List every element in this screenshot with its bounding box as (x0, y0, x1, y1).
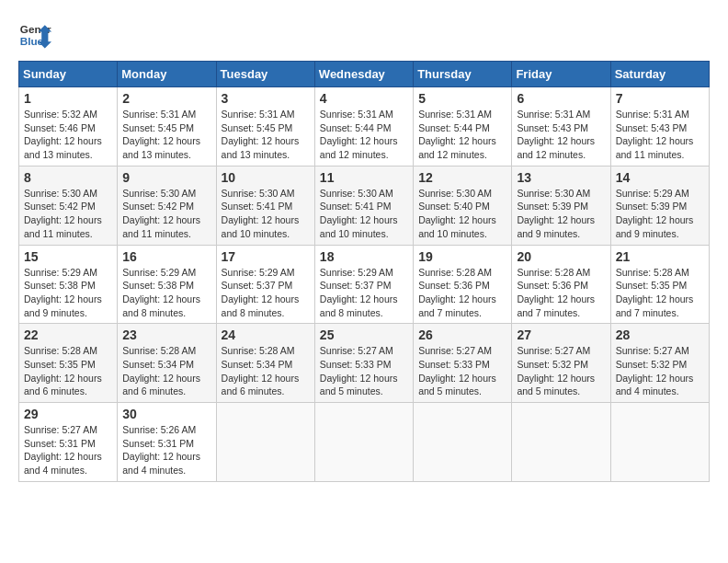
day-info: Sunrise: 5:27 AMSunset: 5:31 PMDaylight:… (24, 423, 112, 477)
day-info: Sunrise: 5:28 AMSunset: 5:36 PMDaylight:… (418, 266, 506, 320)
calendar-cell (314, 403, 413, 482)
calendar-cell: 17Sunrise: 5:29 AMSunset: 5:37 PMDayligh… (216, 245, 314, 324)
day-number: 3 (222, 91, 310, 106)
calendar-week-row: 22Sunrise: 5:28 AMSunset: 5:35 PMDayligh… (19, 324, 710, 403)
calendar-cell: 15Sunrise: 5:29 AMSunset: 5:38 PMDayligh… (19, 245, 118, 324)
calendar-cell: 2Sunrise: 5:31 AMSunset: 5:45 PMDaylight… (118, 87, 216, 167)
day-info: Sunrise: 5:32 AMSunset: 5:46 PMDaylight:… (24, 108, 112, 162)
day-number: 14 (616, 170, 704, 185)
day-number: 16 (122, 249, 210, 264)
calendar-cell: 1Sunrise: 5:32 AMSunset: 5:46 PMDaylight… (19, 87, 118, 167)
logo-icon: General Blue (18, 18, 51, 52)
calendar-cell: 20Sunrise: 5:28 AMSunset: 5:36 PMDayligh… (512, 245, 610, 324)
calendar-cell (512, 403, 610, 482)
header-day-saturday: Saturday (610, 62, 709, 87)
day-number: 30 (122, 407, 210, 421)
calendar-cell: 11Sunrise: 5:30 AMSunset: 5:41 PMDayligh… (314, 166, 413, 245)
day-number: 24 (222, 327, 310, 342)
calendar-cell: 29Sunrise: 5:27 AMSunset: 5:31 PMDayligh… (19, 403, 118, 482)
logo: General Blue (18, 18, 51, 52)
day-number: 20 (517, 249, 605, 264)
calendar-table: SundayMondayTuesdayWednesdayThursdayFrid… (18, 61, 710, 482)
calendar-cell: 8Sunrise: 5:30 AMSunset: 5:42 PMDaylight… (19, 166, 118, 245)
day-number: 26 (418, 327, 506, 342)
calendar-cell: 30Sunrise: 5:26 AMSunset: 5:31 PMDayligh… (118, 403, 216, 482)
day-number: 6 (517, 91, 605, 106)
calendar-body: 1Sunrise: 5:32 AMSunset: 5:46 PMDaylight… (19, 87, 710, 482)
calendar-cell: 13Sunrise: 5:30 AMSunset: 5:39 PMDayligh… (512, 166, 610, 245)
day-info: Sunrise: 5:29 AMSunset: 5:38 PMDaylight:… (122, 266, 210, 320)
header-day-thursday: Thursday (414, 62, 512, 87)
day-info: Sunrise: 5:31 AMSunset: 5:43 PMDaylight:… (616, 108, 704, 162)
calendar-cell: 22Sunrise: 5:28 AMSunset: 5:35 PMDayligh… (19, 324, 118, 403)
day-number: 8 (24, 170, 112, 185)
day-info: Sunrise: 5:29 AMSunset: 5:39 PMDaylight:… (616, 187, 704, 241)
calendar-cell: 26Sunrise: 5:27 AMSunset: 5:33 PMDayligh… (414, 324, 512, 403)
calendar-cell: 12Sunrise: 5:30 AMSunset: 5:40 PMDayligh… (414, 166, 512, 245)
day-info: Sunrise: 5:31 AMSunset: 5:43 PMDaylight:… (517, 108, 605, 162)
calendar-cell: 24Sunrise: 5:28 AMSunset: 5:34 PMDayligh… (216, 324, 314, 403)
day-info: Sunrise: 5:31 AMSunset: 5:45 PMDaylight:… (122, 108, 210, 162)
day-number: 21 (616, 249, 704, 264)
day-number: 28 (616, 327, 704, 342)
day-info: Sunrise: 5:31 AMSunset: 5:45 PMDaylight:… (222, 108, 310, 162)
day-number: 15 (24, 249, 112, 264)
calendar-week-row: 29Sunrise: 5:27 AMSunset: 5:31 PMDayligh… (19, 403, 710, 482)
day-number: 19 (418, 249, 506, 264)
day-number: 13 (517, 170, 605, 185)
day-number: 25 (320, 327, 408, 342)
calendar-cell (610, 403, 709, 482)
calendar-cell: 28Sunrise: 5:27 AMSunset: 5:32 PMDayligh… (610, 324, 709, 403)
day-number: 2 (122, 91, 210, 106)
calendar-cell: 25Sunrise: 5:27 AMSunset: 5:33 PMDayligh… (314, 324, 413, 403)
day-info: Sunrise: 5:31 AMSunset: 5:44 PMDaylight:… (418, 108, 506, 162)
calendar-cell: 3Sunrise: 5:31 AMSunset: 5:45 PMDaylight… (216, 87, 314, 167)
day-number: 10 (222, 170, 310, 185)
day-info: Sunrise: 5:27 AMSunset: 5:33 PMDaylight:… (320, 344, 408, 398)
calendar-cell: 9Sunrise: 5:30 AMSunset: 5:42 PMDaylight… (118, 166, 216, 245)
svg-text:Blue: Blue (20, 35, 44, 47)
day-number: 11 (320, 170, 408, 185)
calendar-cell: 6Sunrise: 5:31 AMSunset: 5:43 PMDaylight… (512, 87, 610, 167)
day-info: Sunrise: 5:30 AMSunset: 5:39 PMDaylight:… (517, 187, 605, 241)
day-number: 27 (517, 327, 605, 342)
day-number: 22 (24, 327, 112, 342)
calendar-cell: 14Sunrise: 5:29 AMSunset: 5:39 PMDayligh… (610, 166, 709, 245)
day-number: 18 (320, 249, 408, 264)
calendar-week-row: 8Sunrise: 5:30 AMSunset: 5:42 PMDaylight… (19, 166, 710, 245)
calendar-cell: 18Sunrise: 5:29 AMSunset: 5:37 PMDayligh… (314, 245, 413, 324)
day-info: Sunrise: 5:27 AMSunset: 5:32 PMDaylight:… (616, 344, 704, 398)
day-info: Sunrise: 5:28 AMSunset: 5:36 PMDaylight:… (517, 266, 605, 320)
calendar-cell: 23Sunrise: 5:28 AMSunset: 5:34 PMDayligh… (118, 324, 216, 403)
calendar-cell: 7Sunrise: 5:31 AMSunset: 5:43 PMDaylight… (610, 87, 709, 167)
day-number: 23 (122, 327, 210, 342)
day-number: 1 (24, 91, 112, 106)
calendar-week-row: 15Sunrise: 5:29 AMSunset: 5:38 PMDayligh… (19, 245, 710, 324)
day-info: Sunrise: 5:29 AMSunset: 5:37 PMDaylight:… (320, 266, 408, 320)
day-number: 17 (222, 249, 310, 264)
calendar-header: SundayMondayTuesdayWednesdayThursdayFrid… (19, 62, 710, 87)
day-info: Sunrise: 5:30 AMSunset: 5:41 PMDaylight:… (320, 187, 408, 241)
header-day-sunday: Sunday (19, 62, 118, 87)
day-info: Sunrise: 5:27 AMSunset: 5:33 PMDaylight:… (418, 344, 506, 398)
calendar-cell: 27Sunrise: 5:27 AMSunset: 5:32 PMDayligh… (512, 324, 610, 403)
day-number: 9 (122, 170, 210, 185)
header-day-monday: Monday (118, 62, 216, 87)
day-info: Sunrise: 5:28 AMSunset: 5:34 PMDaylight:… (122, 344, 210, 398)
day-number: 7 (616, 91, 704, 106)
page-header: General Blue (18, 18, 710, 52)
day-info: Sunrise: 5:30 AMSunset: 5:41 PMDaylight:… (222, 187, 310, 241)
day-info: Sunrise: 5:30 AMSunset: 5:40 PMDaylight:… (418, 187, 506, 241)
calendar-cell: 19Sunrise: 5:28 AMSunset: 5:36 PMDayligh… (414, 245, 512, 324)
calendar-cell (414, 403, 512, 482)
day-info: Sunrise: 5:28 AMSunset: 5:35 PMDaylight:… (616, 266, 704, 320)
day-info: Sunrise: 5:28 AMSunset: 5:35 PMDaylight:… (24, 344, 112, 398)
header-row: SundayMondayTuesdayWednesdayThursdayFrid… (19, 62, 710, 87)
day-number: 29 (24, 407, 112, 421)
calendar-cell (216, 403, 314, 482)
day-info: Sunrise: 5:30 AMSunset: 5:42 PMDaylight:… (122, 187, 210, 241)
calendar-week-row: 1Sunrise: 5:32 AMSunset: 5:46 PMDaylight… (19, 87, 710, 167)
calendar-cell: 10Sunrise: 5:30 AMSunset: 5:41 PMDayligh… (216, 166, 314, 245)
header-day-tuesday: Tuesday (216, 62, 314, 87)
header-day-friday: Friday (512, 62, 610, 87)
